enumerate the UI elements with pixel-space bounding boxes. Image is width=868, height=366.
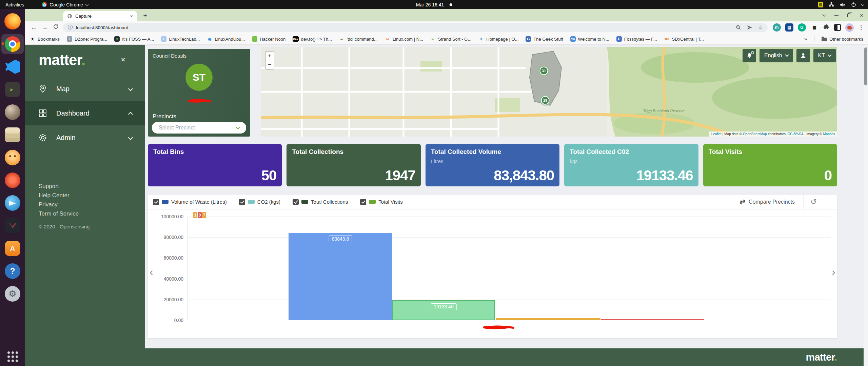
send-icon[interactable] [747,24,753,30]
bookmark-item[interactable]: ★Bookmarks [30,36,60,42]
bookmark-item[interactable]: GThe Geek Stuff [526,36,563,42]
profile-button[interactable] [796,49,810,62]
dock-item-files[interactable] [1,125,24,145]
osm-link[interactable]: OpenStreetMap [743,132,767,136]
zoom-icon[interactable] [735,24,742,30]
legend-co2[interactable]: CO2 (kgs) [239,199,280,205]
dock-item-help[interactable] [1,261,24,281]
dock-item-chrome[interactable] [1,34,24,54]
dock-item-terminal[interactable] [1,80,24,99]
carousel-left-button[interactable]: ‹ [150,266,153,277]
extensions-puzzle-icon[interactable] [823,24,830,31]
volume-muted-icon[interactable] [840,2,846,8]
restore-button[interactable] [847,14,851,17]
user-menu[interactable]: KT [813,49,836,62]
bookmark-item[interactable]: NWWelcome to N... [570,36,609,42]
site-info-icon[interactable]: ⓘ [68,24,73,30]
dock-item-cheese[interactable] [1,148,24,167]
system-tray[interactable] [818,2,864,8]
dock-item-gimp[interactable] [1,102,24,122]
page-scrollbar[interactable] [864,45,868,366]
show-applications-button[interactable] [7,351,18,362]
tab-capture[interactable]: Capture × [63,11,137,21]
window-menu-chevron-icon[interactable] [822,13,826,16]
dock-item-ubuntu-software[interactable] [1,239,24,258]
checkbox-checked-icon[interactable] [153,199,159,205]
dock-item-vscode[interactable] [1,57,24,77]
carousel-right-button[interactable]: › [832,266,835,277]
bookmark-item[interactable]: LiLinux.com | N... [385,36,423,42]
scrollbar-thumb[interactable] [864,47,867,85]
minimize-button[interactable] [834,15,839,16]
back-button[interactable]: ← [28,24,39,31]
legend-total-collections[interactable]: Total Collections [293,199,348,205]
clock[interactable]: Mar 26 16:41 [416,2,452,7]
bookmark-item[interactable]: DEVdev.to() => Th... [293,36,332,42]
map-marker-19[interactable]: 19 [540,95,551,106]
mapbox-link[interactable]: Mapbox [823,132,835,136]
other-bookmarks-button[interactable]: Other bookmarks [822,37,863,42]
extension-m-icon[interactable]: m [773,23,781,32]
sidebar-item-dashboard[interactable]: Dashboard [25,101,145,125]
sidebar-item-admin[interactable]: Admin [25,125,145,150]
bookmark-item[interactable]: ∞'dd' command... [339,36,378,42]
bookmark-item[interactable]: sdxSDxCentral | T... [664,36,704,42]
app-menu[interactable]: Google Chrome [42,2,88,7]
bookmark-item[interactable]: ◉LinuxAndUbu... [207,36,245,42]
bookmarks-overflow-button[interactable]: » [804,36,807,42]
precinct-select[interactable]: Select Precinct [152,122,246,134]
bookmark-item[interactable]: ∞Strand Sort - G... [430,36,471,42]
checkbox-checked-icon[interactable] [239,199,245,205]
leaflet-link[interactable]: Leaflet [711,132,722,136]
dock-item-firefox[interactable] [1,12,24,31]
dock-item-rhythmbox[interactable] [1,170,24,190]
legend-total-visits[interactable]: Total Visits [360,199,402,205]
extension-grammarly-icon[interactable]: G [798,23,806,32]
reload-button[interactable] [50,24,61,31]
bookmark-item[interactable]: LLinuxTechLab... [161,36,200,42]
privacy-link[interactable]: Privacy [39,201,79,208]
sidebar-item-map[interactable]: Map [25,77,145,101]
ccbysa-link[interactable]: CC-BY-SA [788,132,804,136]
tab-close-icon[interactable]: × [130,14,133,19]
dock-item-settings[interactable] [1,284,24,304]
sidebar-close-icon[interactable]: × [121,55,125,64]
zoom-out-button[interactable]: − [265,60,274,69]
extension-qr-icon[interactable]: ▦ [810,23,818,32]
map[interactable]: 31 19 Trigg Bushland Reserve + − [261,47,837,137]
power-icon[interactable] [851,2,856,7]
bookmark-item[interactable]: FFossbytes — F... [616,36,657,42]
bookmark-item[interactable]: ZDZone: Progra... [67,36,107,42]
address-bar[interactable]: ⓘ localhost:8000/dashboard ☆ [63,23,768,32]
bar-value-label: 83843.8 [329,236,352,242]
support-link[interactable]: Support [39,183,79,190]
network-icon[interactable] [828,2,834,8]
extension-darkmode-icon[interactable] [834,24,841,31]
zoom-in-button[interactable]: + [265,52,274,60]
checkbox-checked-icon[interactable] [360,199,366,205]
bookmark-item[interactable]: ✦It's FOSS — A... [114,36,154,42]
bookmark-star-icon[interactable]: ☆ [758,24,763,31]
checkbox-checked-icon[interactable] [293,199,299,205]
compare-precincts-button[interactable]: ⇄ Compare Precincts [731,195,804,209]
forward-button[interactable]: → [39,24,50,31]
new-tab-button[interactable]: + [140,11,150,20]
bookmark-item[interactable]: ◔Hacker Noon [252,36,285,42]
extension-dictionary-icon[interactable]: ▤ [785,23,793,32]
bookmark-item[interactable]: ✳Homepage | O... [478,36,518,42]
map-marker-31[interactable]: 31 [538,65,549,76]
dock-item-telegram[interactable] [1,193,24,213]
terms-link[interactable]: Term of Service [39,210,79,217]
help-center-link[interactable]: Help Center [39,192,79,199]
legend-volume-of-waste[interactable]: Volume of Waste (Litres) [153,199,227,205]
language-selector[interactable]: English [760,49,793,62]
browser-menu-button[interactable]: ⋮ [858,24,864,31]
notes-indicator-icon[interactable] [818,2,823,7]
dock-item-dark-app[interactable] [1,216,24,236]
activities-button[interactable]: Activities [0,2,24,7]
chevron-down-icon[interactable] [861,2,865,6]
reset-chart-button[interactable]: ↺ [804,195,823,209]
profile-avatar[interactable] [845,23,854,32]
close-button[interactable]: × [860,13,863,18]
notifications-button[interactable] [743,49,756,62]
